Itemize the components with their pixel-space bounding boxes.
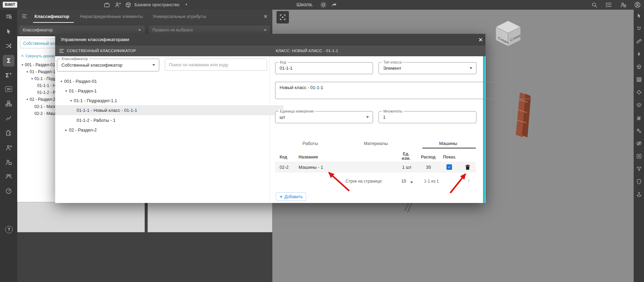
code-field[interactable]: Код 01-1-1 [275,62,373,74]
trash-icon [465,164,471,170]
summary-table-right [148,202,272,232]
user-history-icon[interactable] [620,1,627,10]
dialog-menu-icon[interactable] [59,48,64,55]
clear-selection-icon[interactable] [635,152,643,160]
workspace-selector[interactable]: Базовое пространство [134,2,179,7]
classifier-select[interactable]: Классификатор [19,26,145,35]
app-logo: BiMiT [3,2,17,8]
tab-materials[interactable]: Материалы [348,141,403,146]
plugins-icon[interactable] [3,127,14,139]
multiplier-field[interactable]: Множитель 1 [379,111,476,123]
dialog-tree-item-selected[interactable]: 01-1-1 - Новый класс - 01-1-1 [55,105,283,115]
takeoff-sigma-icon[interactable]: Σ [3,55,14,67]
hierarchy-icon[interactable] [3,98,14,109]
chart-icon[interactable] [3,112,14,124]
select-caret-icon [470,67,472,69]
row-name: Машины - 1 [299,165,323,170]
class-name-field[interactable]: Новый класс - 01-1-1 [275,82,531,99]
classifier-select-value: Классификатор [23,28,53,32]
user-card-icon[interactable] [3,156,14,168]
dialog-tree-item[interactable]: 01-1-2 - Работы - 1 [55,115,283,125]
select-cursor-icon[interactable] [635,11,643,20]
tab-machines[interactable]: Машины [421,141,476,146]
filter-icon[interactable] [635,165,643,173]
magnet-snap-icon[interactable] [635,24,643,32]
tab-universal-attributes[interactable]: Универсальные атрибуты [153,14,206,19]
chevron-down-icon: ▾ [30,77,34,80]
rows-per-page-select[interactable]: 10 [401,179,406,184]
dialog-scrollbar[interactable] [483,56,485,203]
right-toolbar [634,10,644,282]
takeoff-add-icon[interactable]: Σ+ [3,69,14,81]
model-tree-icon[interactable] [3,11,14,22]
panel-tree-item[interactable]: ▾001 - Раздел-01 [20,61,55,68]
dialog-tree-item[interactable]: ▾001 - Раздел-01 [55,76,271,86]
collaboration-icon[interactable] [114,1,121,10]
col-header-show: Показ. [441,155,458,159]
projects-icon[interactable] [103,1,110,10]
dialog-tree-item[interactable]: ▾01 - Раздел-1 [55,86,276,96]
dialog-classifier-select[interactable]: Классификатор Собственный классификатор [57,59,159,71]
user-add-icon[interactable] [3,142,14,154]
rule-select[interactable]: Правило не выбрано [149,26,270,35]
workspace-caret-icon[interactable]: ▾ [185,2,187,6]
per-page-caret-icon[interactable] [410,182,413,183]
col-header-unit: Ед. изм. [400,152,412,161]
focus-target-icon[interactable] [635,88,643,96]
view-2d-icon[interactable]: 2D [3,83,14,95]
team-icon[interactable] [3,171,14,182]
layers-icon[interactable] [635,101,643,109]
panel-tree-item[interactable]: ▾02 - Раздел-2 [25,96,55,103]
classifier-management-dialog: Управление классификаторами ✕ СОБСТВЕННЫ… [55,34,485,203]
cut-plane-icon[interactable] [635,114,643,122]
quick-actions-icon[interactable] [635,50,643,58]
project-settings-gear-icon[interactable] [320,1,327,10]
tab-classifier[interactable]: Классификатор [34,14,69,19]
measure-icon[interactable] [635,37,643,45]
tab-works[interactable]: Работы [283,141,338,146]
gauge-icon[interactable] [3,185,14,197]
panel-tree-item[interactable]: ▾01 - Раздел-1 [25,68,55,75]
share-icon[interactable] [331,1,338,10]
dialog-close-icon[interactable]: ✕ [476,36,485,44]
account-icon[interactable] [634,1,641,10]
grid-icon[interactable] [635,75,643,84]
tab-unassigned-elements[interactable]: Нераспределённые элементы [80,14,143,19]
hide-elements-icon[interactable] [635,139,643,147]
delete-row-button[interactable] [465,164,471,172]
show-checkbox[interactable]: ✓ [446,164,452,170]
shield-icon[interactable] [635,177,643,186]
dialog-search-input[interactable] [165,59,267,71]
summary-table-left [17,202,145,232]
dialog-tree-item[interactable]: ▾01-1 - Подраздел-1.1 [55,96,281,105]
chevron-down-icon: ▾ [25,70,30,74]
search-icon[interactable] [591,1,598,10]
dialog-tree-item[interactable]: ▸02 - Раздел-2 [55,125,276,135]
dialog-section-header: СОБСТВЕННЫЙ КЛАССИФИКАТОР КЛАСС: НОВЫЙ К… [55,46,485,56]
select-cursor-icon[interactable] [3,26,14,37]
chevron-down-icon: ▾ [68,99,74,103]
settings-gears-icon[interactable] [635,126,643,135]
section-box-icon[interactable] [635,62,643,71]
selection-mode-button[interactable] [276,11,289,23]
collapse-tree-link[interactable]: Свернуть дерево [21,53,56,59]
relations-icon[interactable] [3,40,14,52]
panel-close-icon[interactable]: ✕ [263,13,268,20]
clip-plane-icon[interactable] [635,190,643,198]
class-type-select[interactable]: Тип класса Элемент [379,62,476,74]
model-fragment-red [515,93,532,138]
select-caret-icon [152,64,155,66]
table-row[interactable]: 02-2 Машины - 1 1 шт 35 ✓ [275,162,476,173]
menu-list-icon[interactable] [605,1,612,10]
panel-menu-icon[interactable] [21,13,28,21]
next-page-icon[interactable]: › [467,176,470,184]
row-unit: 1 шт [400,165,414,170]
navigation-cube[interactable]: Сзади Слева [492,19,524,48]
model-space-icon[interactable] [125,1,132,10]
classifier-select-caret-icon [138,29,141,31]
col-header-code: Код [280,155,287,159]
help-icon[interactable]: ? [5,226,13,233]
active-tab-underline [33,22,74,23]
add-resource-button[interactable]: + Добавить [276,192,306,201]
unit-select[interactable]: Единица измерения шт [275,111,373,123]
